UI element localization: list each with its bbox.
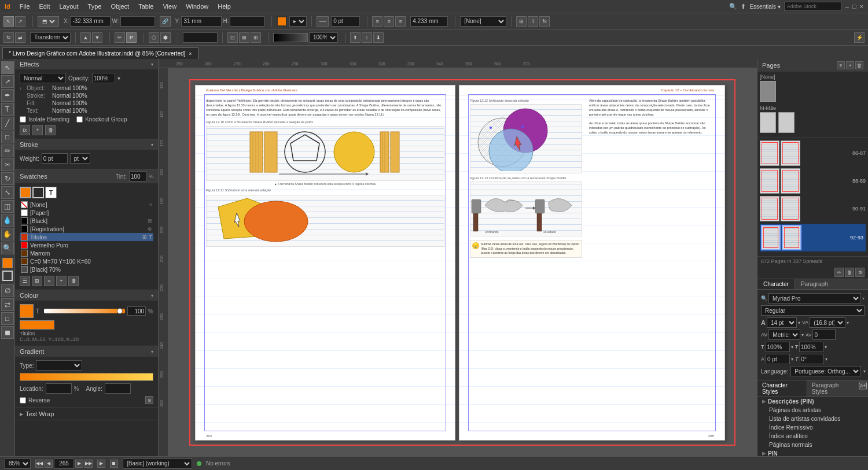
swatch-black[interactable]: [Black] ⊠: [20, 217, 153, 225]
align-right-btn[interactable]: ≡: [395, 16, 406, 27]
swatch-none[interactable]: [None] ×: [20, 201, 153, 209]
font-size-select[interactable]: 14 pt: [767, 317, 797, 328]
menu-help[interactable]: Help: [218, 3, 231, 10]
spread-8687-right[interactable]: [781, 140, 800, 166]
tab-char-styles[interactable]: Character Styles: [757, 380, 807, 397]
swatch-add-btn[interactable]: +: [56, 276, 67, 286]
gradient-reverse-label[interactable]: Reverse: [20, 397, 50, 404]
fill-type-select[interactable]: ▸: [289, 16, 307, 27]
arrange-front[interactable]: ▲: [80, 32, 91, 43]
frame-btn[interactable]: ⊞: [516, 16, 527, 27]
spread-9293-left[interactable]: [761, 225, 781, 250]
pages-del-btn2[interactable]: 🗑: [845, 268, 854, 277]
apply-none-btn[interactable]: ∅: [1, 284, 14, 297]
pencil-tool-btn[interactable]: ✏: [1, 145, 14, 157]
y-input[interactable]: [181, 16, 222, 27]
h-input[interactable]: [230, 16, 264, 27]
spread-9091-right[interactable]: [781, 196, 800, 221]
prev-page-btn[interactable]: ◀◀: [35, 460, 43, 468]
page-mase-thumb-l[interactable]: [760, 112, 776, 133]
swatch-cmyk[interactable]: C=0 M=70 Y=100 K=60: [20, 257, 153, 265]
rotate-tool[interactable]: ↻: [3, 32, 14, 43]
menu-table[interactable]: Table: [138, 3, 153, 10]
effects-add-btn[interactable]: +: [32, 125, 43, 135]
opacity-input[interactable]: [92, 73, 115, 83]
text-btn[interactable]: T: [528, 16, 538, 27]
lightning-btn[interactable]: ⚡: [854, 32, 865, 43]
swatch-grid-btn[interactable]: ⊞: [32, 276, 42, 286]
constrain-btn[interactable]: 🔗: [160, 16, 171, 27]
effects-header[interactable]: Effects ▾: [15, 59, 158, 69]
weight-unit-select[interactable]: pt: [70, 153, 90, 164]
colour-value-input[interactable]: [127, 306, 146, 316]
app-icon[interactable]: Id: [5, 3, 10, 10]
play-btn[interactable]: ▶: [97, 460, 105, 468]
color-gradient-swatch[interactable]: [273, 33, 308, 42]
normal-mode-btn[interactable]: □: [1, 312, 14, 325]
menu-edit[interactable]: Edit: [39, 3, 50, 10]
pages-options-btn[interactable]: ⚙: [855, 268, 865, 277]
stop-btn[interactable]: ⏹: [110, 460, 118, 468]
menu-object[interactable]: Object: [111, 3, 129, 10]
tint-input[interactable]: [129, 171, 146, 182]
skew-input[interactable]: [800, 354, 824, 364]
gradient-loc-input[interactable]: [46, 383, 72, 394]
styles-descricoes-pin-group[interactable]: ▶ Descrições (PIN): [757, 397, 868, 406]
tracking-input[interactable]: [812, 330, 836, 340]
colour-main-swatch[interactable]: [20, 304, 34, 318]
valign-top[interactable]: ⬆: [350, 32, 361, 43]
stroke-style-btn[interactable]: ──: [317, 16, 329, 27]
view-btn3[interactable]: ⊞: [251, 32, 261, 43]
anchor-tool[interactable]: ⬢: [160, 32, 171, 43]
fill-color-swatch[interactable]: [2, 258, 13, 268]
text-swatch-icon[interactable]: T: [45, 187, 57, 198]
scale-h-input[interactable]: [766, 342, 790, 352]
spread-8889-right[interactable]: [781, 168, 800, 194]
colour-slider-thumb[interactable]: [117, 308, 123, 314]
color-select[interactable]: 100%: [309, 32, 338, 43]
second-input[interactable]: [183, 32, 218, 43]
transform-select[interactable]: ⬒: [38, 16, 59, 27]
stroke-color-swatch[interactable]: [2, 271, 13, 281]
styles-paginas-normais[interactable]: Páginas normais: [757, 441, 868, 449]
reflect-tool[interactable]: ⇌: [15, 32, 25, 43]
align-left-btn[interactable]: ≡: [372, 16, 382, 27]
type-tool-btn[interactable]: P: [126, 32, 137, 43]
w-input[interactable]: [120, 16, 155, 27]
font-style-select[interactable]: Regular: [761, 305, 865, 316]
spacing-input[interactable]: [410, 16, 448, 27]
swatch-list-btn[interactable]: ≡: [44, 276, 54, 286]
kerning-arrow[interactable]: ▾: [801, 332, 804, 338]
scissors-tool-btn[interactable]: ✂: [1, 158, 14, 171]
zoom-tool-btn[interactable]: 🔍: [1, 242, 14, 254]
direct-select-btn[interactable]: ↗: [1, 75, 14, 88]
effects-btn[interactable]: fx: [539, 16, 550, 27]
direct-selection-tool[interactable]: ↗: [15, 16, 25, 27]
menu-file[interactable]: File: [20, 3, 30, 10]
opacity-arrow[interactable]: ▾: [117, 75, 120, 82]
swatch-marrom[interactable]: Marrom: [20, 249, 153, 257]
skew-arrow[interactable]: ▾: [825, 357, 827, 362]
styles-lista-artistas[interactable]: Lista de artistas convidados: [757, 415, 868, 423]
textwrap-header[interactable]: ▶ Text Wrap: [15, 408, 158, 420]
spread-9091-left[interactable]: [760, 196, 779, 221]
page-mase-thumb-r[interactable]: [778, 112, 795, 133]
pages-menu-btn[interactable]: ≡: [837, 61, 845, 69]
language-select[interactable]: Portuguese: Orthog...: [790, 366, 861, 376]
arrange-back[interactable]: ▼: [92, 32, 102, 43]
rect-tool-btn[interactable]: □: [1, 131, 14, 143]
stroke-weight-input[interactable]: [331, 16, 360, 27]
search-stock-input[interactable]: [784, 2, 842, 11]
path-btn[interactable]: ✏: [115, 32, 125, 43]
swatch-menu-btn[interactable]: ☰: [20, 276, 30, 286]
view-btn2[interactable]: ⊠: [239, 32, 249, 43]
pages-header[interactable]: Pages ≡ + 🗑: [757, 59, 868, 72]
swatch-black70[interactable]: [Black] 70%: [20, 265, 153, 273]
close-btn[interactable]: ×: [860, 3, 863, 10]
hand-tool-btn[interactable]: ✋: [1, 228, 14, 240]
fx-icon[interactable]: fx: [20, 125, 30, 135]
scale-v-arrow[interactable]: ▾: [825, 345, 827, 350]
isolate-blending-label[interactable]: Isolate Blending: [20, 116, 69, 123]
language-arrow[interactable]: ▾: [863, 369, 866, 374]
maximize-btn[interactable]: □: [852, 3, 856, 10]
